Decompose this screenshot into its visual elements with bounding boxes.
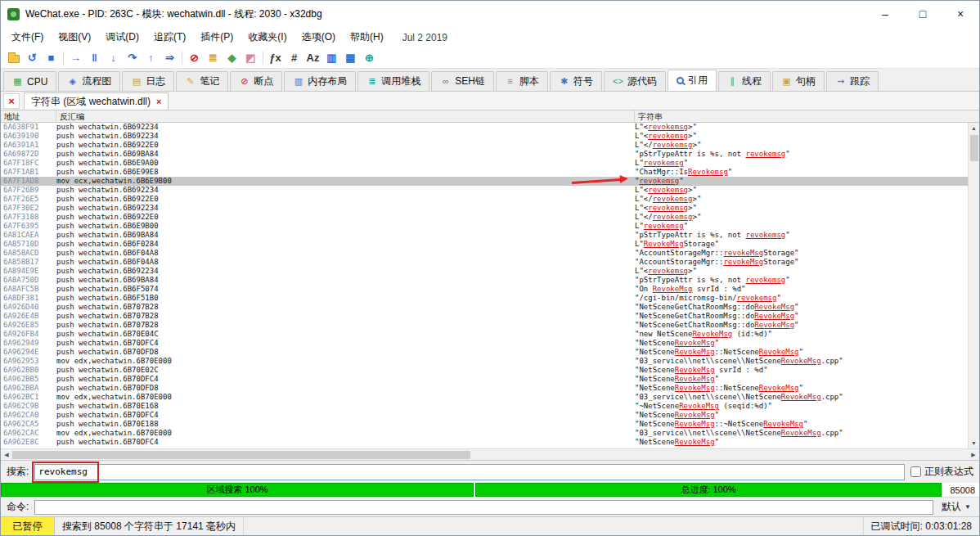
tab-seh[interactable]: ∞SEH链 — [431, 71, 494, 91]
table-row[interactable]: 6A926D40push wechatwin.6B707B28"NetScene… — [1, 303, 968, 312]
tab-references[interactable]: 引用 — [668, 70, 717, 91]
table-row[interactable]: 6A638F91push wechatwin.6B692234L"<revoke… — [1, 123, 968, 132]
table-row[interactable]: 6A6391A1push wechatwin.6B6922E0L"</revok… — [1, 141, 968, 150]
table-row[interactable]: 6A7F3108push wechatwin.6B6922E0L"</revok… — [1, 213, 968, 222]
table-row[interactable]: 6A8DF381push wechatwin.6B6F51B0"/cgi-bin… — [1, 294, 968, 303]
close-all-tabs-button[interactable]: × — [3, 93, 20, 109]
memory-map-icon[interactable]: ≣ — [204, 49, 223, 66]
table-row[interactable]: 6A7F6395push wechatwin.6B6E9B00L"revokem… — [1, 222, 968, 231]
menu-item-favourites[interactable]: 收藏夹(I) — [241, 28, 294, 47]
vertical-scroll-thumb[interactable] — [970, 135, 978, 161]
column-header-disassembly[interactable]: 反汇编 — [56, 110, 635, 122]
menu-item-file[interactable]: 文件(F) — [4, 28, 51, 47]
command-input[interactable] — [34, 500, 933, 515]
memory-columns-icon[interactable]: ▥ — [322, 49, 341, 66]
tab-log[interactable]: ▤日志 — [122, 71, 174, 91]
table-row[interactable]: 6A962C9Bpush wechatwin.6B70E168"~NetScen… — [1, 402, 968, 411]
menu-item-debug[interactable]: 调试(D) — [98, 28, 146, 47]
step-out-icon[interactable]: ↑ — [142, 49, 160, 66]
table-row[interactable]: 6A7F1AB1push wechatwin.6B6E99E8"ChatMgr:… — [1, 168, 968, 177]
table-row[interactable]: 6A962CA0push wechatwin.6B70DFC4"NetScene… — [1, 411, 968, 420]
table-row[interactable]: 6A85710Dpush wechatwin.6B6F0284L"RevokeM… — [1, 240, 968, 249]
eraser-icon[interactable]: ◩ — [241, 49, 260, 66]
regex-checkbox[interactable] — [910, 466, 921, 477]
minimize-button[interactable]: – — [866, 1, 904, 27]
table-row[interactable]: 6A962BB5push wechatwin.6B70DFC4"NetScene… — [1, 375, 968, 384]
tab-close-icon[interactable]: × — [156, 97, 161, 106]
tab-strings-result[interactable]: 字符串 (区域 wechatwin.dll) × — [24, 92, 169, 110]
tab-breakpoints[interactable]: ⊘断点 — [230, 71, 282, 91]
table-row[interactable]: 6A7F30E2push wechatwin.6B692234L"<revoke… — [1, 204, 968, 213]
horizontal-scrollbar[interactable]: ◀ ▶ — [1, 448, 979, 460]
scroll-down-icon[interactable]: ▼ — [971, 438, 977, 448]
vertical-scrollbar[interactable]: ▲ ▼ — [968, 123, 979, 448]
column-header-string[interactable]: 字符串 — [635, 110, 979, 122]
restart-icon[interactable]: ↺ — [23, 49, 42, 66]
table-row[interactable]: 6A7F18FCpush wechatwin.6B6E9A00L"revokem… — [1, 159, 968, 168]
column-header-address[interactable]: 地址 — [1, 110, 56, 122]
table-row[interactable]: 6A8A750Dpush wechatwin.6B69BA84"pStrType… — [1, 276, 968, 285]
stop-icon[interactable]: ■ — [42, 49, 61, 66]
table-row[interactable]: 6A96294Epush wechatwin.6B70DFD8"NetScene… — [1, 348, 968, 357]
table-row[interactable]: 6A7F26E5push wechatwin.6B6922E0L"</revok… — [1, 195, 968, 204]
table-row[interactable]: 6A926E4Bpush wechatwin.6B707B28"NetScene… — [1, 312, 968, 321]
run-icon[interactable]: → — [66, 49, 85, 66]
table-row[interactable]: 6A962BC1mov edx,wechatwin.6B70E000"03_se… — [1, 393, 968, 402]
tab-script[interactable]: ≡脚本 — [496, 71, 548, 91]
tab-symbols[interactable]: ✱符号 — [550, 71, 602, 91]
menu-item-plugins[interactable]: 插件(P) — [193, 28, 241, 47]
tab-notes[interactable]: ✎笔记 — [176, 71, 228, 91]
breakpoint-icon[interactable]: ⊘ — [185, 49, 204, 66]
tab-source[interactable]: <>源代码 — [604, 71, 666, 91]
profile-dropdown[interactable]: 默认 ▼ — [939, 500, 973, 514]
table-row[interactable]: 6A962949push wechatwin.6B70DFC4"NetScene… — [1, 339, 968, 348]
table-row[interactable]: 6A962E8Cpush wechatwin.6B70DFC4"NetScene… — [1, 438, 968, 447]
search-input[interactable] — [34, 464, 905, 480]
table-row[interactable]: 6A926E85push wechatwin.6B707B28"NetScene… — [1, 321, 968, 330]
tab-trace[interactable]: ⇝跟踪 — [826, 71, 879, 91]
hash-icon[interactable]: # — [285, 49, 303, 66]
step-into-icon[interactable]: ↓ — [104, 49, 123, 66]
maximize-button[interactable]: □ — [904, 1, 942, 27]
menu-item-options[interactable]: 选项(O) — [294, 28, 343, 47]
run-to-user-code-icon[interactable]: ⇒ — [160, 49, 179, 66]
horizontal-scroll-thumb[interactable] — [12, 451, 470, 459]
open-file-icon[interactable] — [4, 49, 23, 66]
table-row[interactable]: 6A894E9Epush wechatwin.6B692234L"<revoke… — [1, 267, 968, 276]
table-row[interactable]: 6A7F26B9push wechatwin.6B692234L"<revoke… — [1, 186, 968, 195]
table-row[interactable]: 6A962BBApush wechatwin.6B70DFD8"NetScene… — [1, 384, 968, 393]
scroll-left-icon[interactable]: ◀ — [1, 452, 12, 458]
table-row[interactable]: 6A639190push wechatwin.6B692234L"<revoke… — [1, 132, 968, 141]
table-row[interactable]: 6A962CACmov edx,wechatwin.6B70E000"03_se… — [1, 429, 968, 438]
table-row[interactable]: 6A962953mov edx,wechatwin.6B70E000"03_se… — [1, 357, 968, 366]
tab-call-stack[interactable]: ≣调用堆栈 — [357, 71, 429, 91]
table-row[interactable]: 6A69872Dpush wechatwin.6B69BA84"pStrType… — [1, 150, 968, 159]
menu-item-help[interactable]: 帮助(H) — [343, 28, 391, 47]
scroll-right-icon[interactable]: ▶ — [968, 452, 979, 458]
patch-icon[interactable]: ◆ — [223, 49, 241, 66]
table-row[interactable]: 6A962BB0push wechatwin.6B70E02C"NetScene… — [1, 366, 968, 375]
table-row[interactable]: 6A81CAEApush wechatwin.6B69BA84"pStrType… — [1, 231, 968, 240]
tab-handles[interactable]: ▣句柄 — [772, 71, 825, 91]
step-over-icon[interactable]: ↷ — [123, 49, 142, 66]
table-row[interactable]: 6A962CA5push wechatwin.6B70E188"NetScene… — [1, 420, 968, 429]
pause-icon[interactable]: ‖ — [85, 49, 104, 66]
tab-graph[interactable]: ◈流程图 — [58, 71, 120, 91]
tab-memory-map[interactable]: ▥内存布局 — [284, 71, 356, 91]
table-row[interactable]: 6A926FB4push wechatwin.6B70E04C"new NetS… — [1, 330, 968, 339]
menu-item-trace[interactable]: 追踪(T) — [146, 28, 193, 47]
table-row[interactable]: 6A8AFC5Bpush wechatwin.6B6F5074"On Revok… — [1, 285, 968, 294]
table-row[interactable]: 6A7F1AD8mov ecx,wechatwin.6B6E9B00"revok… — [1, 177, 968, 186]
table-icon[interactable]: ▦ — [341, 49, 360, 66]
tab-cpu[interactable]: ▦CPU — [3, 71, 56, 91]
close-button[interactable]: × — [942, 1, 979, 27]
table-row[interactable]: 6A858ACDpush wechatwin.6B6F04A8"AccountS… — [1, 249, 968, 258]
address-cell: 6A8DF381 — [1, 294, 56, 303]
tab-threads[interactable]: ∥线程 — [718, 71, 771, 91]
globe-icon[interactable]: ⊕ — [360, 49, 379, 66]
fx-icon[interactable]: ƒx — [266, 49, 285, 66]
menu-item-view[interactable]: 视图(V) — [51, 28, 98, 47]
scroll-up-icon[interactable]: ▲ — [971, 123, 977, 133]
az-icon[interactable]: Az — [303, 49, 322, 66]
table-row[interactable]: 6A858B17push wechatwin.6B6F04A8"AccountS… — [1, 258, 968, 267]
